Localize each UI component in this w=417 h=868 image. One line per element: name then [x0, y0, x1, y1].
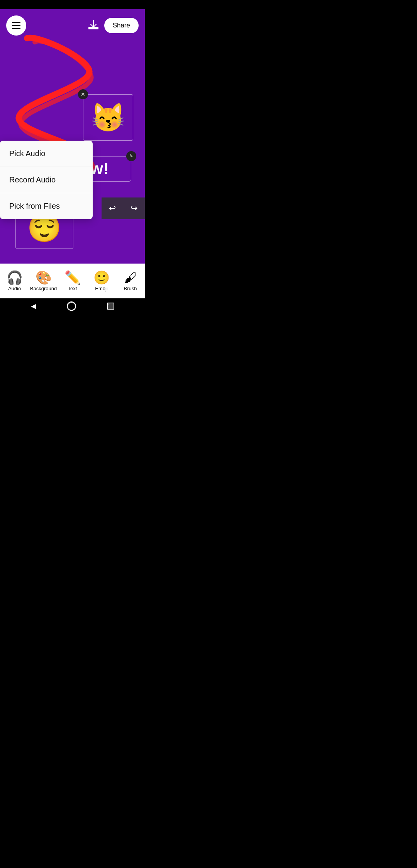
background-icon: 🎨: [36, 271, 52, 284]
audio-icon: 🎧: [7, 271, 23, 284]
brush-tool[interactable]: 🖌 Brush: [116, 264, 145, 298]
menu-line-3: [12, 28, 20, 29]
emoji-icon: 🙂: [93, 271, 110, 284]
recents-nav-icon[interactable]: ⬛: [107, 303, 114, 310]
brush-icon: 🖌: [124, 271, 137, 284]
close-cat-button[interactable]: ✕: [78, 89, 88, 99]
download-button[interactable]: [87, 18, 100, 33]
canvas-area: Share ✕ 😽 ✕ ✎ Meow! ✕ 😌 Pick Audio Recor…: [0, 9, 145, 264]
home-nav-icon[interactable]: ◯: [67, 301, 76, 311]
pick-audio-item[interactable]: Pick Audio: [0, 141, 93, 167]
share-button[interactable]: Share: [104, 18, 139, 33]
emoji-tool[interactable]: 🙂 Emoji: [87, 264, 116, 298]
background-label: Background: [30, 286, 57, 291]
cat-emoji-element[interactable]: ✕ 😽: [83, 94, 133, 141]
redo-button[interactable]: ↪: [123, 197, 145, 219]
back-nav-icon[interactable]: ◀: [31, 302, 36, 310]
system-nav-bar: ◀ ◯ ⬛: [0, 298, 145, 314]
audio-label: Audio: [8, 286, 21, 291]
cat-emoji-icon: 😽: [91, 104, 125, 131]
top-right-actions: Share: [87, 18, 139, 33]
emoji-label: Emoji: [95, 286, 108, 291]
top-bar: Share: [6, 15, 139, 36]
menu-line-2: [12, 25, 20, 26]
record-audio-item[interactable]: Record Audio: [0, 167, 93, 193]
text-label: Text: [68, 286, 77, 291]
audio-popup-menu: Pick Audio Record Audio Pick from Files: [0, 141, 93, 219]
text-icon: ✏️: [64, 271, 81, 284]
pick-from-files-item[interactable]: Pick from Files: [0, 193, 93, 219]
screen: Share ✕ 😽 ✕ ✎ Meow! ✕ 😌 Pick Audio Recor…: [0, 9, 145, 314]
menu-button[interactable]: [6, 15, 26, 36]
bottom-toolbar: 🎧 Audio 🎨 Background ✏️ Text 🙂 Emoji 🖌 B…: [0, 264, 145, 298]
undo-redo-container: ↩ ↪: [102, 197, 145, 219]
status-bar: [0, 0, 145, 9]
menu-line-1: [12, 22, 20, 23]
audio-tool[interactable]: 🎧 Audio: [0, 264, 29, 298]
text-tool[interactable]: ✏️ Text: [58, 264, 87, 298]
edit-text-button[interactable]: ✎: [126, 151, 136, 161]
undo-button[interactable]: ↩: [102, 197, 123, 219]
background-tool[interactable]: 🎨 Background: [29, 264, 58, 298]
brush-label: Brush: [124, 286, 137, 291]
